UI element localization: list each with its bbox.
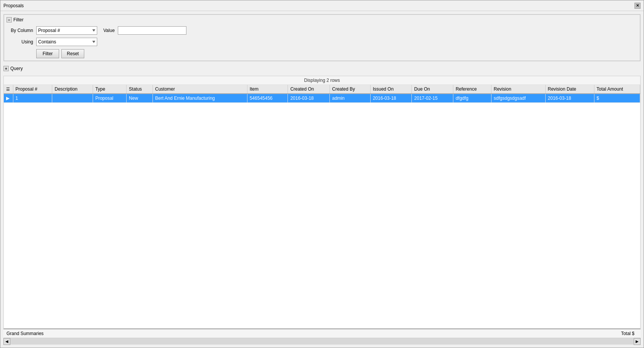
value-label: Value bbox=[103, 28, 115, 33]
col-header-type[interactable]: Type bbox=[93, 85, 126, 94]
col-header-description[interactable]: Description bbox=[52, 85, 93, 94]
table-body: ▶1ProposalNewBert And Ernie Manufacturin… bbox=[4, 94, 640, 103]
reset-button[interactable]: Reset bbox=[61, 49, 84, 58]
proposal-num-cell: 1 bbox=[13, 94, 52, 103]
description-cell bbox=[52, 94, 93, 103]
table-row[interactable]: ▶1ProposalNewBert And Ernie Manufacturin… bbox=[4, 94, 640, 103]
col-header-created-on[interactable]: Created On bbox=[288, 85, 330, 94]
filter-toggle-icon[interactable]: − bbox=[6, 17, 12, 22]
type-cell: Proposal bbox=[93, 94, 126, 103]
col-header-issued-on[interactable]: Issued On bbox=[370, 85, 412, 94]
value-input[interactable] bbox=[118, 26, 186, 35]
scroll-right-arrow[interactable]: ▶ bbox=[634, 338, 641, 345]
col-header-total-amount[interactable]: Total Amount bbox=[594, 85, 640, 94]
window-title: Proposals bbox=[3, 3, 634, 8]
col-header-created-by[interactable]: Created By bbox=[330, 85, 371, 94]
col-header-revision[interactable]: Revision bbox=[491, 85, 545, 94]
customer-cell: Bert And Ernie Manufacturing bbox=[153, 94, 247, 103]
col-header-indicator: ☰ bbox=[4, 85, 13, 94]
filter-buttons: Filter Reset bbox=[36, 49, 638, 58]
due-on-cell: 2017-02-15 bbox=[412, 94, 453, 103]
using-select[interactable]: Contains Equals Starts With Ends With bbox=[36, 38, 97, 46]
grid-container: Displaying 2 rows ☰ Proposal # Descripti… bbox=[3, 76, 641, 329]
status-cell: New bbox=[127, 94, 153, 103]
using-row: Using Contains Equals Starts With Ends W… bbox=[6, 38, 638, 46]
by-column-row: By Column Proposal # Description Type St… bbox=[6, 26, 638, 35]
horizontal-scrollbar[interactable]: ◀ ▶ bbox=[3, 338, 641, 345]
grid-scroll[interactable]: ☰ Proposal # Description Type Status Cus… bbox=[4, 85, 640, 328]
query-section[interactable]: + Query bbox=[3, 64, 641, 73]
scroll-track[interactable] bbox=[10, 338, 634, 345]
col-header-reference[interactable]: Reference bbox=[453, 85, 491, 94]
total-amount-summary: Total $ bbox=[621, 331, 638, 336]
proposals-table: ☰ Proposal # Description Type Status Cus… bbox=[4, 85, 640, 103]
revision-cell: sdfgsdgsdgsadf bbox=[491, 94, 545, 103]
scroll-left-arrow[interactable]: ◀ bbox=[3, 338, 10, 345]
table-header-row: ☰ Proposal # Description Type Status Cus… bbox=[4, 85, 640, 94]
grand-summaries-bar: Grand Summaries Total $ bbox=[3, 329, 641, 338]
filter-section: − Filter By Column Proposal # Descriptio… bbox=[3, 14, 641, 61]
created-on-cell: 2016-03-18 bbox=[288, 94, 330, 103]
query-label: Query bbox=[10, 66, 23, 71]
using-label: Using bbox=[6, 39, 33, 45]
filter-section-header[interactable]: − Filter bbox=[6, 17, 638, 22]
title-bar: Proposals ✕ bbox=[0, 0, 644, 11]
revision-date-cell: 2016-03-18 bbox=[545, 94, 594, 103]
row-indicator-cell: ▶ bbox=[4, 94, 13, 103]
total-amount-cell: $ bbox=[594, 94, 640, 103]
col-header-status[interactable]: Status bbox=[127, 85, 153, 94]
issued-on-cell: 2016-03-18 bbox=[370, 94, 412, 103]
grid-status: Displaying 2 rows bbox=[4, 76, 640, 85]
col-header-item[interactable]: Item bbox=[247, 85, 288, 94]
by-column-label: By Column bbox=[6, 28, 33, 33]
col-header-customer[interactable]: Customer bbox=[153, 85, 247, 94]
col-header-proposal-num[interactable]: Proposal # bbox=[13, 85, 52, 94]
reference-cell: dfgdfg bbox=[453, 94, 491, 103]
grand-summaries-label: Grand Summaries bbox=[6, 331, 43, 336]
filter-button[interactable]: Filter bbox=[36, 49, 59, 58]
col-header-due-on[interactable]: Due On bbox=[412, 85, 453, 94]
created-by-cell: admin bbox=[330, 94, 371, 103]
item-cell: 546545456 bbox=[247, 94, 288, 103]
filter-section-label: Filter bbox=[13, 17, 24, 22]
by-column-select[interactable]: Proposal # Description Type Status Custo… bbox=[36, 26, 97, 35]
close-button[interactable]: ✕ bbox=[634, 3, 641, 9]
proposals-window: Proposals ✕ − Filter By Column Proposal … bbox=[0, 0, 644, 348]
query-toggle-icon[interactable]: + bbox=[3, 66, 9, 71]
content-area: − Filter By Column Proposal # Descriptio… bbox=[0, 11, 644, 348]
col-header-revision-date[interactable]: Revision Date bbox=[545, 85, 594, 94]
